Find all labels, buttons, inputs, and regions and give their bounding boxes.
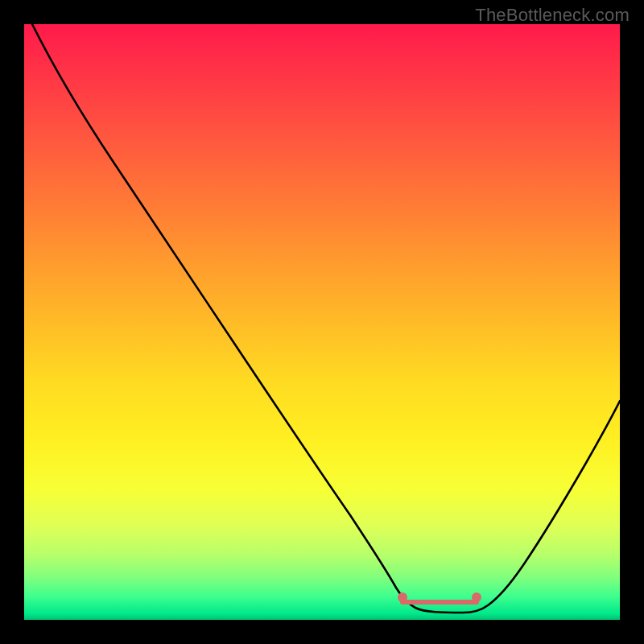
curve-layer <box>24 24 620 620</box>
bottleneck-curve <box>32 24 620 613</box>
optimal-range-end-marker <box>472 592 481 602</box>
plot-area <box>24 24 620 620</box>
optimal-range-start-marker <box>398 592 407 602</box>
chart-frame: TheBottleneck.com <box>0 0 644 644</box>
watermark-text: TheBottleneck.com <box>475 5 630 26</box>
